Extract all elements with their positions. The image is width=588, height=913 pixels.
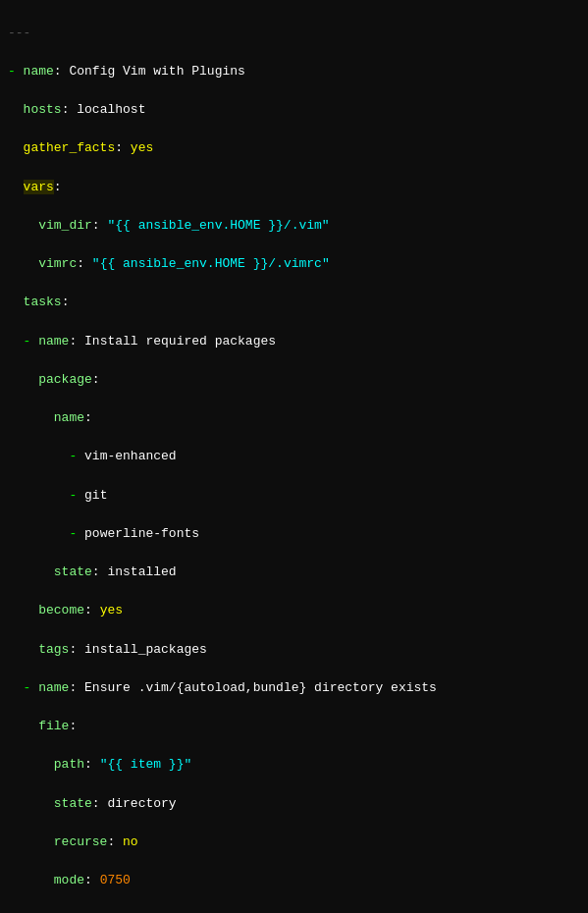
line-9: - name: Install required packages — [8, 332, 580, 351]
line-21: state: directory — [8, 794, 580, 814]
line-23: mode: 0750 — [8, 871, 580, 890]
line-14: - powerline-fonts — [8, 524, 580, 544]
line-12: - vim-enhanced — [8, 447, 580, 466]
code-editor: --- - name: Config Vim with Plugins host… — [0, 4, 588, 913]
line-17: tags: install_packages — [8, 640, 580, 660]
line-13: - git — [8, 486, 580, 506]
line-22: recurse: no — [8, 832, 580, 852]
line-4: gather_facts: yes — [8, 138, 580, 158]
line-16: become: yes — [8, 601, 580, 620]
line-19: file: — [8, 717, 580, 736]
line-8: tasks: — [8, 293, 580, 312]
line-5: vars: — [8, 178, 580, 197]
line-2: - name: Config Vim with Plugins — [8, 62, 580, 81]
line-18: - name: Ensure .vim/{autoload,bundle} di… — [8, 678, 580, 698]
line-24: loop: — [8, 909, 580, 913]
line-10: package: — [8, 370, 580, 390]
line-7: vimrc: "{{ ansible_env.HOME }}/.vimrc" — [8, 254, 580, 274]
line-1: --- — [8, 24, 580, 43]
line-11: name: — [8, 408, 580, 428]
line-3: hosts: localhost — [8, 100, 580, 120]
line-6: vim_dir: "{{ ansible_env.HOME }}/.vim" — [8, 216, 580, 236]
line-20: path: "{{ item }}" — [8, 755, 580, 775]
line-15: state: installed — [8, 563, 580, 582]
